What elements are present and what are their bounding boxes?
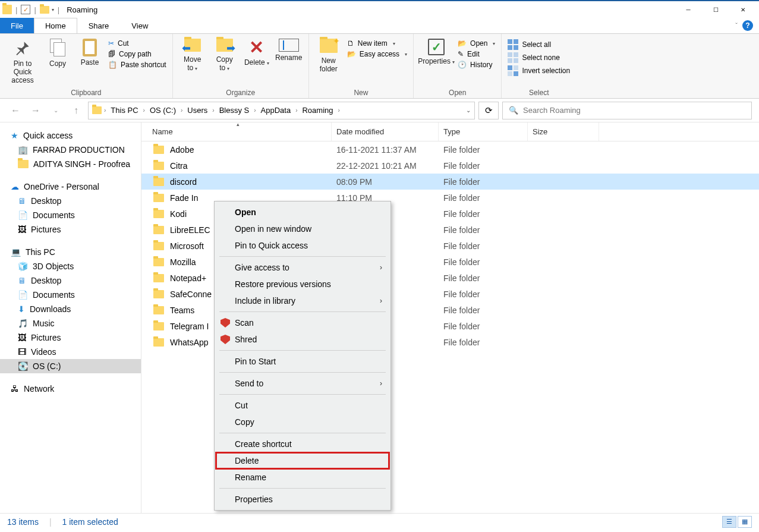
view-large-icons-button[interactable]: ▦ [738,516,752,528]
separator: | [34,5,36,14]
minimize-button[interactable]: ─ [675,1,702,18]
easy-access-button[interactable]: 📂Easy access▾ [346,49,408,59]
chevron-right-icon[interactable]: › [179,107,184,114]
recent-dropdown-icon[interactable]: ⌄ [48,102,64,119]
ctx-copy[interactable]: Copy [216,414,389,430]
forward-button[interactable]: → [27,102,44,119]
nav-pictures[interactable]: 🖼Pictures [0,222,141,237]
nav-3dobjects[interactable]: 🧊3D Objects [0,259,141,273]
tab-home[interactable]: Home [34,18,77,33]
back-button[interactable]: ← [7,102,24,119]
ctx-pin-quick[interactable]: Pin to Quick access [216,237,389,254]
address-bar[interactable]: › This PC› OS (C:)› Users› Blessy S› App… [88,102,475,119]
nav-farrad[interactable]: 🏢FARRAD PRODUCTION [0,143,141,157]
address-dropdown-icon[interactable]: ⌄ [466,107,471,114]
ctx-pin-start[interactable]: Pin to Start [216,353,389,370]
delete-button[interactable]: ✕ Delete▾ [242,36,272,70]
invert-selection-button[interactable]: Invert selection [506,65,571,77]
collapse-ribbon-icon[interactable]: ˇ [735,22,738,29]
move-to-button[interactable]: ⬅ Move to▾ [178,36,207,75]
nav-downloads[interactable]: ⬇Downloads [0,302,141,316]
breadcrumb-item[interactable]: Users [185,106,210,115]
tab-view[interactable]: View [120,18,159,33]
nav-thispc[interactable]: 💻This PC [0,245,141,259]
nav-documents[interactable]: 📄Documents [0,208,141,222]
help-icon[interactable]: ? [742,20,753,31]
select-none-button[interactable]: Select none [506,52,571,64]
rename-button[interactable]: Rename [274,36,304,65]
nav-documents2[interactable]: 📄Documents [0,288,141,302]
breadcrumb-item[interactable]: Blessy S [217,106,252,115]
file-type: File folder [439,209,528,219]
breadcrumb-item[interactable]: Roaming [300,106,335,115]
chevron-right-icon[interactable]: › [103,107,107,114]
edit-button[interactable]: ✎Edit [456,49,496,59]
ctx-scan[interactable]: Scan [216,314,389,331]
nav-os-c[interactable]: 💽OS (C:) [0,359,141,373]
ctx-rename[interactable]: Rename [216,469,389,486]
open-button[interactable]: 📂Open▾ [456,39,496,48]
chevron-right-icon[interactable]: › [253,107,257,114]
table-row[interactable]: Citra22-12-2021 10:21 AMFile folder [141,158,759,174]
folder-icon [153,146,164,154]
ctx-open-new-window[interactable]: Open in new window [216,221,389,237]
column-size[interactable]: Size [528,122,599,141]
ctx-create-shortcut[interactable]: Create shortcut [216,436,389,452]
new-folder-button[interactable]: ✦ New folder [314,36,344,76]
breadcrumb-item[interactable]: AppData [259,106,294,115]
paste-button[interactable]: Paste [75,36,105,70]
ctx-delete[interactable]: Delete [216,452,389,469]
history-button[interactable]: 🕑History [456,60,496,70]
breadcrumb-item[interactable]: This PC [108,106,140,115]
nav-network[interactable]: 🖧Network [0,382,141,396]
nav-quick-access[interactable]: ★Quick access [0,128,141,143]
table-row[interactable]: discord08:09 PMFile folder [141,174,759,190]
cut-button[interactable]: Cut [107,39,168,48]
nav-music[interactable]: 🎵Music [0,316,141,330]
ctx-cut[interactable]: Cut [216,397,389,414]
up-button[interactable]: ↑ [68,102,84,119]
chevron-right-icon[interactable]: › [142,107,146,114]
chevron-right-icon[interactable]: › [211,107,215,114]
copy-to-button[interactable]: ➡ Copy to▾ [210,36,240,75]
copy-button[interactable]: Copy [43,36,73,71]
column-name[interactable]: Name▴ [141,122,332,141]
refresh-button[interactable]: ⟳ [478,102,499,119]
maximize-button[interactable]: ☐ [702,1,729,18]
nav-videos[interactable]: 🎞Videos [0,345,141,359]
ctx-include-library[interactable]: Include in library› [216,292,389,309]
ctx-restore-versions[interactable]: Restore previous versions [216,276,389,292]
paste-shortcut-button[interactable]: 📋Paste shortcut [107,60,168,70]
search-input[interactable]: 🔍 Search Roaming [502,102,752,119]
nav-desktop2[interactable]: 🖥Desktop [0,273,141,288]
chevron-right-icon[interactable]: › [337,107,341,114]
qat-checkbox-icon[interactable]: ✓ [21,5,30,14]
ctx-open[interactable]: Open [216,204,389,221]
chevron-right-icon[interactable]: › [294,107,298,114]
new-item-button[interactable]: 🗋New item▾ [346,39,408,48]
properties-button[interactable]: Properties▾ [418,36,454,68]
ctx-send-to[interactable]: Send to› [216,375,389,392]
close-button[interactable]: ✕ [729,1,757,18]
qat-folder-icon[interactable] [40,6,49,14]
ctx-shred[interactable]: Shred [216,331,389,348]
ctx-properties[interactable]: Properties [216,491,389,508]
qat-dropdown-icon[interactable]: ▾ [52,7,54,12]
pin-quick-access-button[interactable]: Pin to Quick access [5,36,40,87]
desktop-icon: 🖥 [18,276,26,285]
table-row[interactable]: Adobe16-11-2021 11:37 AMFile folder [141,141,759,158]
copy-path-button[interactable]: 🗐Copy path [107,49,168,59]
ctx-give-access[interactable]: Give access to› [216,259,389,276]
tab-file[interactable]: File [0,18,34,33]
nav-onedrive[interactable]: ☁OneDrive - Personal [0,180,141,194]
nav-aditya[interactable]: ADITYA SINGH - Proofrea [0,157,141,171]
column-type[interactable]: Type [439,122,528,141]
column-date[interactable]: Date modified [332,122,439,141]
nav-desktop[interactable]: 🖥Desktop [0,194,141,208]
breadcrumb-item[interactable]: OS (C:) [147,106,178,115]
nav-pictures2[interactable]: 🖼Pictures [0,330,141,345]
titlebar: | ✓ | ▾ | Roaming ─ ☐ ✕ [0,0,759,18]
select-all-button[interactable]: Select all [506,39,571,51]
tab-share[interactable]: Share [77,18,121,33]
view-details-button[interactable]: ☰ [722,516,736,528]
